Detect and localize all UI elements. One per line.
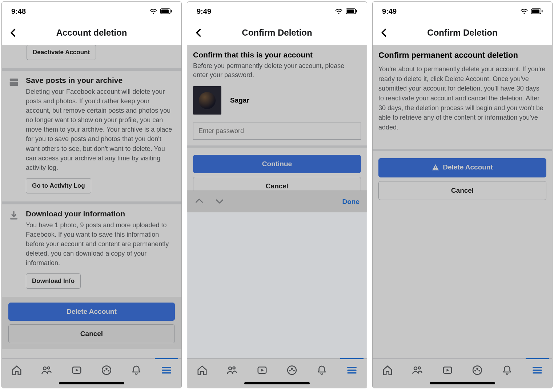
tab-friends[interactable] [225, 364, 238, 377]
content: Deactivate Account Save posts in your ar… [2, 45, 181, 358]
svg-point-8 [102, 366, 111, 375]
tab-menu[interactable] [345, 364, 358, 377]
status-indicators [149, 8, 172, 14]
svg-rect-4 [10, 82, 18, 86]
tab-menu[interactable] [531, 364, 544, 377]
svg-point-9 [105, 368, 108, 370]
page-title: Account deletion [8, 28, 175, 38]
svg-point-18 [288, 366, 296, 375]
continue-button[interactable]: Continue [193, 155, 361, 173]
back-button[interactable] [8, 28, 19, 38]
confirm-perm-body: You're about to permanently delete your … [378, 64, 546, 132]
tab-groups[interactable] [100, 364, 113, 377]
confirm-perm-title: Confirm permanent account deletion [378, 51, 546, 60]
tab-bar [2, 358, 181, 388]
archive-title: Save posts in your archive [26, 76, 175, 85]
svg-point-20 [289, 370, 291, 372]
svg-rect-13 [347, 9, 354, 13]
svg-rect-1 [161, 9, 169, 13]
svg-point-19 [291, 368, 293, 370]
status-indicators [520, 8, 543, 14]
tab-home[interactable] [196, 364, 209, 377]
content: Confirm permanent account deletion You'r… [373, 45, 552, 358]
home-indicator [430, 382, 495, 384]
battery-icon [160, 8, 172, 14]
cancel-button[interactable]: Cancel [8, 324, 175, 343]
svg-point-30 [473, 366, 482, 375]
tab-home[interactable] [381, 364, 394, 377]
status-bar: 9:48 [2, 2, 181, 21]
tab-notifications[interactable] [130, 364, 143, 377]
tab-home[interactable] [10, 364, 23, 377]
battery-icon [531, 8, 543, 14]
kb-done-button[interactable]: Done [342, 198, 360, 206]
svg-rect-26 [435, 169, 436, 169]
back-button[interactable] [379, 28, 389, 38]
screen-confirm-permanent: 9:49 Confirm Deletion Confirm permanent … [372, 1, 553, 388]
status-time: 9:48 [11, 7, 26, 16]
battery-icon [346, 8, 357, 14]
download-title: Download your information [26, 209, 175, 218]
svg-rect-23 [532, 9, 539, 13]
svg-point-21 [293, 370, 295, 372]
tab-menu[interactable] [160, 364, 173, 377]
svg-rect-25 [435, 167, 436, 168]
back-button[interactable] [194, 28, 204, 38]
download-body: You have 1 photo, 9 posts and more uploa… [26, 220, 175, 268]
cancel-button[interactable]: Cancel [193, 177, 361, 191]
wifi-icon [520, 8, 528, 14]
delete-account-label: Delete Account [443, 163, 493, 171]
kb-prev-button[interactable] [194, 196, 204, 207]
cancel-button[interactable]: Cancel [378, 181, 546, 200]
wifi-icon [149, 8, 157, 14]
tab-groups[interactable] [285, 364, 298, 377]
screen-account-deletion: 9:48 Account deletion Deactivate Account… [1, 1, 182, 388]
status-indicators [335, 8, 357, 14]
confirm-title: Confirm that this is your account [193, 51, 361, 59]
tab-friends[interactable] [40, 364, 53, 377]
svg-point-33 [479, 370, 481, 372]
tab-watch[interactable] [70, 364, 83, 377]
status-time: 9:49 [197, 7, 211, 16]
screen-confirm-password: 9:49 Confirm Deletion Confirm that this … [187, 1, 367, 388]
wifi-icon [335, 8, 343, 14]
status-bar: 9:49 [187, 2, 367, 21]
tab-friends[interactable] [411, 364, 424, 377]
download-info-button[interactable]: Download Info [26, 273, 81, 289]
svg-point-10 [104, 370, 105, 372]
delete-account-button[interactable]: Delete Account [378, 158, 546, 177]
avatar [193, 86, 221, 115]
keyboard-accessory: Done [187, 191, 367, 212]
warning-icon [432, 164, 439, 172]
kb-next-button[interactable] [215, 196, 224, 207]
tab-notifications[interactable] [315, 364, 328, 377]
archive-body: Deleting your Facebook account will dele… [26, 87, 175, 172]
svg-point-6 [48, 367, 50, 369]
page-title: Confirm Deletion [194, 28, 360, 38]
svg-rect-2 [171, 10, 172, 12]
svg-point-28 [418, 367, 421, 369]
svg-rect-14 [356, 10, 357, 12]
svg-point-5 [43, 367, 46, 370]
confirm-subtitle: Before you permanently delete your accou… [193, 61, 361, 80]
deactivate-account-button[interactable]: Deactivate Account [27, 45, 96, 60]
password-input[interactable] [193, 123, 361, 140]
svg-point-11 [108, 370, 110, 372]
home-indicator [244, 382, 310, 384]
tab-bar [187, 358, 367, 388]
tab-notifications[interactable] [501, 364, 514, 377]
header: Account deletion [2, 21, 181, 45]
tab-bar [373, 358, 552, 388]
svg-point-16 [233, 367, 235, 369]
user-name: Sagar [230, 96, 249, 104]
svg-point-32 [474, 370, 476, 372]
activity-log-button[interactable]: Go to Activity Log [26, 178, 91, 193]
header: Confirm Deletion [187, 21, 367, 45]
header: Confirm Deletion [373, 21, 552, 45]
tab-watch[interactable] [441, 364, 454, 377]
tab-watch[interactable] [256, 364, 269, 377]
status-bar: 9:49 [373, 2, 552, 21]
svg-rect-3 [10, 79, 18, 81]
delete-account-button[interactable]: Delete Account [8, 303, 175, 321]
tab-groups[interactable] [471, 364, 484, 377]
